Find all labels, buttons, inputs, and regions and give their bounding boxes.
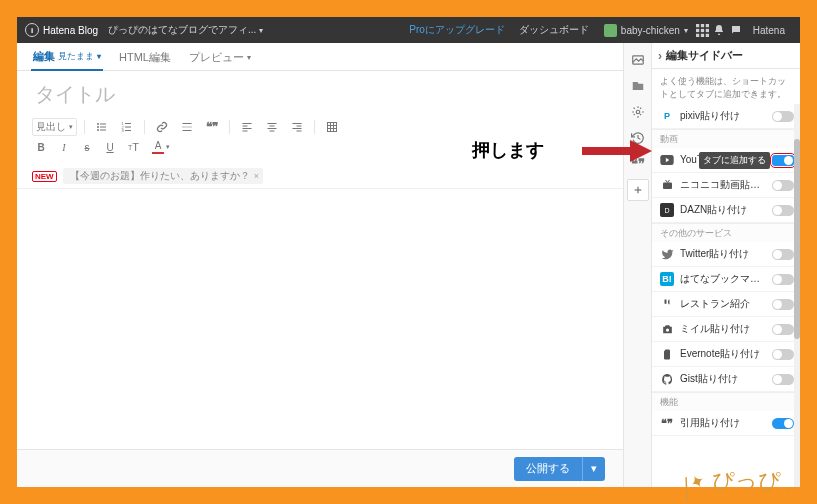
svg-point-9 <box>97 123 99 125</box>
vertical-tab-strip: ❝❞ <box>623 43 651 487</box>
italic-icon[interactable]: I <box>55 138 73 156</box>
svg-rect-12 <box>100 127 106 128</box>
user-menu[interactable]: baby-chicken ▾ <box>599 24 693 37</box>
sidebar-item-pixiv[interactable]: P pixiv貼り付け <box>652 104 800 129</box>
toggle[interactable] <box>772 205 794 216</box>
link-icon[interactable] <box>152 118 172 136</box>
sidebar-item-youtube[interactable]: YouTube貼り付け タブに追加する <box>652 148 800 173</box>
avatar-icon <box>604 24 617 37</box>
svg-rect-32 <box>293 123 302 124</box>
sidebar-item-hatebu[interactable]: B! はてなブックマーク貼り付け <box>652 267 800 292</box>
align-left-icon[interactable] <box>237 118 257 136</box>
table-icon[interactable] <box>322 118 342 136</box>
svg-rect-7 <box>701 33 704 36</box>
toggle[interactable] <box>772 299 794 310</box>
sidebar-item-restaurant[interactable]: レストラン紹介 <box>652 292 800 317</box>
title-input[interactable]: タイトル <box>17 71 623 116</box>
editor-mode-tabs: 編集 見たまま ▾ HTML編集 プレビュー ▾ <box>17 43 623 71</box>
underline-icon[interactable]: U <box>101 138 119 156</box>
svg-line-49 <box>667 180 669 183</box>
toggle[interactable] <box>772 249 794 260</box>
svg-point-13 <box>97 129 99 131</box>
sidebar-item-twitter[interactable]: Twitter貼り付け <box>652 242 800 267</box>
toggle[interactable] <box>772 374 794 385</box>
chat-icon[interactable] <box>730 24 747 36</box>
evernote-icon <box>660 347 674 361</box>
heading-select[interactable]: 見出し ▾ <box>32 118 77 136</box>
apps-icon[interactable] <box>696 24 713 37</box>
tab-write[interactable]: 編集 見たまま ▾ <box>31 45 103 71</box>
toggle[interactable] <box>772 324 794 335</box>
svg-rect-4 <box>701 28 704 31</box>
quote-tab-icon[interactable]: ❝❞ <box>627 153 649 175</box>
align-center-icon[interactable] <box>262 118 282 136</box>
quote-icon: ❝❞ <box>660 416 674 430</box>
svg-rect-22 <box>183 127 192 128</box>
font-size-icon[interactable]: TT <box>124 138 143 156</box>
notification-bell-icon[interactable] <box>713 24 730 36</box>
svg-rect-2 <box>706 24 709 27</box>
sidebar-item-niconico[interactable]: ニコニコ動画貼り付け <box>652 173 800 198</box>
scrollbar[interactable] <box>794 104 800 487</box>
section-other: その他のサービス <box>652 223 800 242</box>
tooltip-add-to-tab: タブに追加する <box>699 152 770 169</box>
toggle[interactable] <box>772 274 794 285</box>
add-tab-icon[interactable] <box>627 179 649 201</box>
scrollbar-thumb[interactable] <box>794 139 800 339</box>
svg-rect-24 <box>243 123 252 124</box>
svg-point-42 <box>636 110 640 114</box>
sidebar-item-evernote[interactable]: Evernote貼り付け <box>652 342 800 367</box>
sidebar-item-dazn[interactable]: D DAZN貼り付け <box>652 198 800 223</box>
strike-icon[interactable]: s <box>78 138 96 156</box>
github-icon <box>660 372 674 386</box>
logo-text: Hatena Blog <box>43 25 98 36</box>
tv-icon <box>660 178 674 192</box>
tab-html[interactable]: HTML編集 <box>117 46 173 70</box>
sidebar-item-quote[interactable]: ❝❞ 引用貼り付け <box>652 411 800 436</box>
camera-icon <box>660 322 674 336</box>
editor-body[interactable] <box>17 189 623 449</box>
blog-switcher[interactable]: ぴっぴのはてなブログでアフィ... ▾ <box>108 23 263 37</box>
read-more-icon[interactable] <box>177 118 197 136</box>
svg-point-11 <box>97 126 99 128</box>
logo[interactable]: i Hatena Blog <box>25 23 98 37</box>
theme-tag-label: 【今週のお題】作りたい、ありますか？ <box>70 169 250 183</box>
align-right-icon[interactable] <box>287 118 307 136</box>
caret-down-icon: ▾ <box>247 53 251 62</box>
toggle[interactable] <box>772 418 794 429</box>
photo-tab-icon[interactable] <box>627 49 649 71</box>
list-ol-icon[interactable]: 123 <box>117 118 137 136</box>
svg-rect-36 <box>328 123 337 132</box>
caret-down-icon[interactable]: ▾ <box>582 457 605 481</box>
font-color-icon[interactable]: A ▾ <box>148 138 174 156</box>
edit-sidebar-panel: › 編集サイドバー よく使う機能は、ショートカットとしてタブに追加できます。 P… <box>651 43 800 487</box>
dashboard-link[interactable]: ダッシュボード <box>519 23 589 37</box>
utensils-icon <box>660 297 674 311</box>
toggle[interactable] <box>772 349 794 360</box>
history-tab-icon[interactable] <box>627 127 649 149</box>
toggle[interactable] <box>772 180 794 191</box>
bold-icon[interactable]: B <box>32 138 50 156</box>
quote-icon[interactable]: ❝❞ <box>202 118 222 136</box>
brand-link[interactable]: Hatena <box>753 25 785 36</box>
list-ul-icon[interactable] <box>92 118 112 136</box>
sidebar-hint: よく使う機能は、ショートカットとしてタブに追加できます。 <box>652 69 800 104</box>
publish-button[interactable]: 公開する ▾ <box>514 457 605 481</box>
toggle[interactable] <box>772 155 794 166</box>
options-tab-icon[interactable] <box>627 101 649 123</box>
tab-preview[interactable]: プレビュー ▾ <box>187 46 253 70</box>
close-icon[interactable]: × <box>254 171 259 181</box>
editor-footer: 公開する ▾ <box>17 449 623 487</box>
theme-tag-chip[interactable]: 【今週のお題】作りたい、ありますか？ × <box>63 168 263 184</box>
category-tab-icon[interactable] <box>627 75 649 97</box>
toggle[interactable] <box>772 111 794 122</box>
pro-upgrade-link[interactable]: Proにアップグレード <box>409 23 505 37</box>
app-window: i Hatena Blog ぴっぴのはてなブログでアフィ... ▾ Proにアッ… <box>17 17 800 487</box>
new-badge: NEW <box>32 171 57 182</box>
svg-rect-47 <box>663 183 672 190</box>
sidebar-item-mile[interactable]: ミイル貼り付け <box>652 317 800 342</box>
sidebar-header: › 編集サイドバー <box>652 43 800 69</box>
sidebar-item-gist[interactable]: Gist貼り付け <box>652 367 800 392</box>
chevron-right-icon[interactable]: › <box>658 49 662 63</box>
svg-rect-5 <box>706 28 709 31</box>
